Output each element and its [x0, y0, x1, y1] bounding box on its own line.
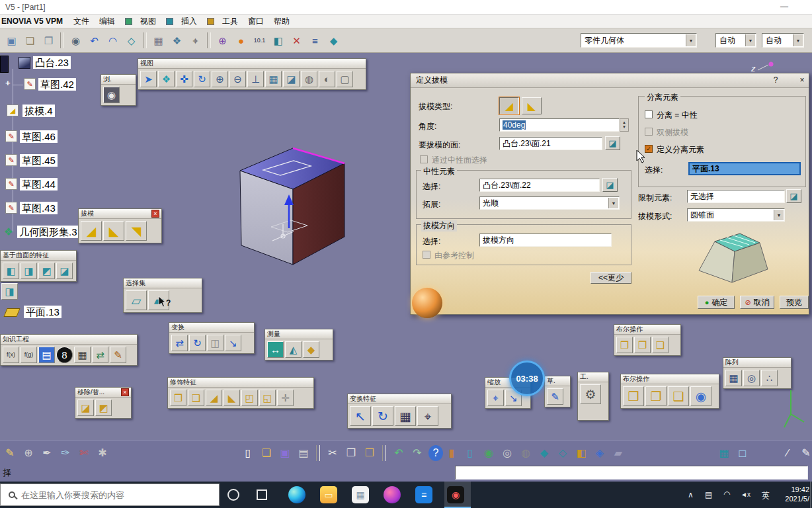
measure-between-icon[interactable]: ↔ [267, 341, 284, 358]
sketch-feature-icon[interactable]: ✎ [24, 78, 36, 90]
body-selector-combo[interactable]: 零件几何体 ▼ [581, 33, 697, 48]
fly-icon[interactable]: ➤ [140, 71, 157, 87]
limiting-pick-icon[interactable]: ◪ [786, 189, 801, 203]
new-doc-icon[interactable]: ▯ [241, 445, 255, 461]
auto-combo-2[interactable]: 自动 ▼ [762, 33, 804, 48]
boolean2-titlebar[interactable]: 布尔操作 [621, 374, 719, 384]
boolean-remove-icon[interactable]: ❑ [652, 337, 669, 353]
thread-icon[interactable]: ✛ [277, 390, 294, 406]
sketch-feature-icon[interactable]: ✎ [5, 178, 17, 190]
pan-icon[interactable]: ✜ [176, 71, 192, 87]
scale-body-icon[interactable]: ↘ [225, 335, 241, 351]
browse-toolbar-titlebar[interactable]: 浏. [101, 75, 136, 85]
camera-capture-icon[interactable]: ◉ [67, 32, 84, 49]
iso-view-icon[interactable]: ◪ [283, 71, 300, 87]
assemble-body-icon[interactable]: ◉ [690, 386, 711, 406]
hidden-icons-caret[interactable]: ∧ [688, 490, 694, 499]
language-indicator[interactable]: 英 [762, 490, 770, 501]
camera-icon[interactable]: ◉ [103, 87, 120, 103]
datum-icon[interactable]: ◧ [270, 32, 286, 49]
tree-item-sketch44[interactable]: 草图.44 [20, 178, 58, 190]
chamfer-icon[interactable]: ◢ [206, 390, 222, 406]
neutral-select-input[interactable]: 凸台.23\面.22 [479, 179, 600, 192]
menu-help[interactable]: 帮助 [274, 16, 290, 27]
taskbar-app-player[interactable]: ◉ [447, 486, 464, 503]
law-icon[interactable]: f(g) [20, 347, 37, 363]
loft-icon[interactable]: ◈ [592, 445, 607, 461]
rotation-icon[interactable]: ↻ [372, 406, 393, 426]
shaft-icon[interactable]: ◉ [481, 445, 496, 461]
taskbar-search[interactable] [0, 484, 220, 506]
remove-face-icon[interactable]: ◪ [77, 400, 94, 416]
search-input[interactable] [21, 490, 200, 500]
menu-insert[interactable]: 插入 [181, 16, 197, 27]
variable-draft-icon[interactable]: ◥ [126, 221, 147, 241]
dialog-titlebar[interactable]: 定义拔模 [411, 73, 809, 88]
tree-item-plane13[interactable]: 平面.13 [24, 306, 61, 318]
menu-window[interactable]: 窗口 [248, 16, 264, 27]
measure-item-icon[interactable]: ◭ [285, 341, 302, 358]
pocket-icon[interactable]: ▯ [463, 445, 477, 461]
circ-pattern-icon[interactable]: ◎ [743, 370, 760, 386]
menu-tools[interactable]: 工具 [222, 16, 238, 27]
user-pattern-icon[interactable]: ∴ [761, 370, 778, 386]
angle-input[interactable]: 40deg [499, 118, 620, 132]
rect-pattern-icon[interactable]: ▦ [725, 370, 742, 386]
sketch-feature-icon[interactable]: ✎ [5, 130, 17, 142]
close-surface-icon[interactable]: ◩ [38, 263, 55, 279]
sketch-tool-icon[interactable]: ✎ [547, 388, 563, 405]
wifi-icon[interactable]: ◠ [723, 489, 730, 499]
spin-up-icon[interactable]: ▲ [622, 120, 626, 125]
assemble-icon[interactable]: ❒ [616, 337, 633, 353]
propagation-combo[interactable]: 光顺 ▼ [479, 196, 620, 210]
boolean1-titlebar[interactable]: 布尔操作 [614, 325, 680, 335]
chevron-down-icon[interactable]: ▼ [793, 34, 803, 46]
menu-file[interactable]: 文件 [73, 16, 89, 27]
ok-button[interactable]: ● 确定 [698, 296, 735, 309]
taskbar-app-file-explorer[interactable]: ▭ [320, 486, 337, 503]
draft-feature-icon[interactable]: ◣ [223, 390, 240, 406]
chevron-down-icon[interactable]: ▼ [745, 34, 755, 46]
zoom-out-icon[interactable]: ⊖ [229, 71, 246, 87]
list-icon[interactable]: ≡ [307, 32, 323, 49]
faces-to-draft-input[interactable]: 凸台.23\面.21 [499, 137, 602, 150]
help-icon[interactable]: ? [428, 445, 443, 461]
view-toolbar-titlebar[interactable]: 视图 [138, 59, 366, 69]
translation-icon[interactable]: ↖ [350, 406, 371, 426]
brush-tool-icon[interactable]: ✑ [58, 445, 73, 461]
slot-icon[interactable]: ◇ [555, 445, 570, 461]
chevron-down-icon[interactable]: ▼ [774, 210, 784, 220]
plane-icon[interactable] [3, 308, 20, 317]
sketch-feature-icon[interactable]: ✎ [5, 202, 17, 214]
paste-format-icon[interactable]: ❏ [22, 32, 38, 49]
boolean-add-icon[interactable]: ❐ [634, 337, 651, 353]
measure-icon[interactable]: ⌖ [187, 32, 204, 49]
translate-icon[interactable]: ⇄ [171, 335, 188, 351]
coordinates-icon[interactable]: 10.1 [251, 32, 268, 49]
taskbar-app-media[interactable] [384, 486, 401, 503]
tree-item-sketch42[interactable]: 草图.42 [38, 78, 76, 91]
replace-face-icon[interactable]: ◩ [95, 400, 112, 416]
design-table-icon[interactable]: ▦ [74, 347, 91, 363]
minimize-button[interactable]: — [772, 0, 796, 14]
graph-tree-icon[interactable]: ❖ [169, 32, 185, 49]
cortana-icon[interactable] [227, 489, 239, 501]
geometry-set-icon[interactable]: ❖ [3, 226, 15, 237]
selection-sets-titlebar[interactable]: 选择集 [124, 278, 202, 288]
pad-feature-icon[interactable] [19, 57, 30, 69]
normal-view-icon[interactable]: ⊥ [247, 71, 264, 87]
measure-titlebar[interactable]: 测量 [265, 329, 333, 339]
pattern-titlebar[interactable]: 阵列 [723, 358, 791, 368]
help-icon[interactable]: ? [770, 75, 781, 86]
intersect-icon[interactable]: ❑ [668, 386, 689, 406]
draft-toolbar-titlebar[interactable]: 拔模 × [79, 209, 161, 219]
surface-icon[interactable]: ◇ [123, 32, 140, 49]
compass-tool-icon[interactable]: ⊕ [21, 445, 36, 461]
selection-set-icon[interactable]: ▱ [126, 290, 147, 310]
tree-item-geoset[interactable]: 几何图形集.3 [17, 226, 79, 238]
rib-icon[interactable]: ◆ [537, 445, 551, 461]
copy-link-icon[interactable]: ❐ [40, 32, 57, 49]
compass-icon[interactable]: ⊕ [214, 32, 231, 49]
spin-down-icon[interactable]: ▼ [622, 125, 626, 130]
pattern-grid-icon[interactable]: ▦ [395, 406, 416, 426]
